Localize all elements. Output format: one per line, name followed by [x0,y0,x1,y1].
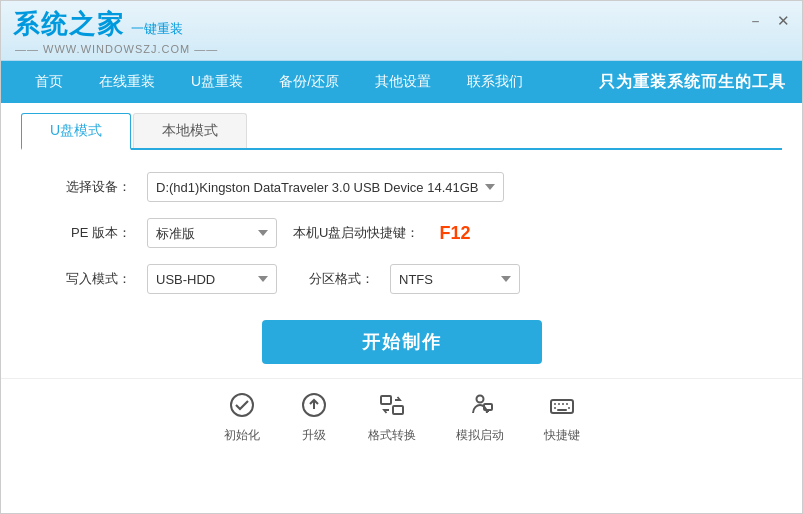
nav-home[interactable]: 首页 [17,61,81,103]
svg-rect-8 [551,400,573,413]
nav-bar: 首页 在线重装 U盘重装 备份/还原 其他设置 联系我们 只为重装系统而生的工具 [1,61,802,103]
minimize-button[interactable]: － [748,13,763,28]
close-button[interactable]: ✕ [777,13,790,28]
tool-initialize[interactable]: 初始化 [224,391,260,444]
nav-usb-reinstall[interactable]: U盘重装 [173,61,261,103]
tool-initialize-label: 初始化 [224,427,260,444]
swap-icon [378,391,406,423]
logo-main: 系统之家 [13,7,125,42]
tool-simulate-boot-label: 模拟启动 [456,427,504,444]
nav-backup-restore[interactable]: 备份/还原 [261,61,357,103]
nav-online-reinstall[interactable]: 在线重装 [81,61,173,103]
content-area: U盘模式 本地模式 选择设备： D:(hd1)Kingston DataTrav… [1,103,802,513]
shortcut-value: F12 [439,223,470,244]
tool-upgrade[interactable]: 升级 [300,391,328,444]
tab-local-mode[interactable]: 本地模式 [133,113,247,148]
tool-format-convert-label: 格式转换 [368,427,416,444]
svg-rect-4 [393,406,403,414]
tab-bar: U盘模式 本地模式 [21,113,782,150]
check-circle-icon [228,391,256,423]
tool-simulate-boot[interactable]: 模拟启动 [456,391,504,444]
window-controls: － ✕ [748,13,790,48]
partition-select-wrap: NTFS [390,264,520,294]
tab-usb-mode[interactable]: U盘模式 [21,113,131,150]
title-bar: 系统之家 一键重装 —— WWW.WINDOWSZJ.COM —— － ✕ [1,1,802,61]
nav-other-settings[interactable]: 其他设置 [357,61,449,103]
main-window: 系统之家 一键重装 —— WWW.WINDOWSZJ.COM —— － ✕ 首页… [0,0,803,514]
nav-contact[interactable]: 联系我们 [449,61,541,103]
partition-label: 分区格式： [309,270,374,288]
upload-icon [300,391,328,423]
partition-select[interactable]: NTFS [390,264,520,294]
svg-point-5 [476,396,483,403]
form-area: 选择设备： D:(hd1)Kingston DataTraveler 3.0 U… [1,150,802,304]
pe-select[interactable]: 标准版 [147,218,277,248]
tool-upgrade-label: 升级 [302,427,326,444]
svg-point-0 [231,394,253,416]
svg-rect-3 [381,396,391,404]
person-screen-icon [466,391,494,423]
pe-row: PE 版本： 标准版 本机U盘启动快捷键： F12 [61,218,742,248]
logo-sub: 一键重装 [131,20,183,38]
tool-shortcut-keys[interactable]: 快捷键 [544,391,580,444]
device-select[interactable]: D:(hd1)Kingston DataTraveler 3.0 USB Dev… [147,172,504,202]
write-label: 写入模式： [61,270,131,288]
title-url: —— WWW.WINDOWSZJ.COM —— [13,43,218,55]
device-select-wrap: D:(hd1)Kingston DataTraveler 3.0 USB Dev… [147,172,742,202]
tool-format-convert[interactable]: 格式转换 [368,391,416,444]
start-button[interactable]: 开始制作 [262,320,542,364]
write-select-wrap: USB-HDD [147,264,277,294]
tool-shortcut-keys-label: 快捷键 [544,427,580,444]
pe-select-wrap: 标准版 [147,218,277,248]
write-row: 写入模式： USB-HDD 分区格式： NTFS [61,264,742,294]
shortcut-label: 本机U盘启动快捷键： [293,224,419,242]
tools-bar: 初始化 升级 [1,378,802,452]
device-row: 选择设备： D:(hd1)Kingston DataTraveler 3.0 U… [61,172,742,202]
write-select[interactable]: USB-HDD [147,264,277,294]
logo: 系统之家 一键重装 [13,7,218,42]
nav-items: 首页 在线重装 U盘重装 备份/还原 其他设置 联系我们 [17,61,541,103]
pe-label: PE 版本： [61,224,131,242]
logo-area: 系统之家 一键重装 —— WWW.WINDOWSZJ.COM —— [13,7,218,55]
nav-slogan: 只为重装系统而生的工具 [599,72,786,93]
keyboard-icon [548,391,576,423]
device-label: 选择设备： [61,178,131,196]
